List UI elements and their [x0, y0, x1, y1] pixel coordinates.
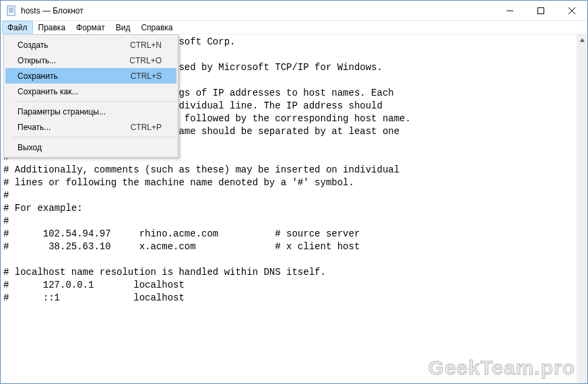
close-button[interactable]: [556, 1, 587, 20]
menu-view[interactable]: Вид: [110, 21, 136, 34]
notepad-icon: [6, 5, 17, 16]
menu-item-label: Сохранить как...: [18, 87, 162, 96]
menu-item-save[interactable]: Сохранить CTRL+S: [5, 68, 176, 84]
menu-format[interactable]: Формат: [71, 21, 110, 34]
menu-separator: [13, 101, 176, 102]
menu-item-label: Создать: [18, 40, 130, 50]
maximize-button[interactable]: [525, 1, 556, 20]
menu-item-print[interactable]: Печать... CTRL+P: [5, 119, 176, 135]
menu-item-exit[interactable]: Выход: [5, 139, 176, 155]
menu-item-label: Сохранить: [18, 71, 131, 81]
menu-item-open[interactable]: Открыть... CTRL+O: [5, 53, 176, 68]
menu-item-shortcut: CTRL+S: [131, 71, 162, 81]
menu-edit[interactable]: Правка: [33, 21, 71, 34]
svg-rect-6: [538, 7, 544, 13]
menu-help[interactable]: Справка: [135, 21, 178, 34]
file-dropdown-menu: Создать CTRL+N Открыть... CTRL+O Сохрани…: [3, 34, 178, 158]
minimize-button[interactable]: [494, 1, 525, 20]
titlebar: hosts — Блокнот: [1, 1, 587, 21]
menu-item-shortcut: CTRL+O: [129, 56, 162, 65]
menu-item-save-as[interactable]: Сохранить как...: [5, 84, 176, 99]
menu-item-label: Открыть...: [18, 56, 129, 65]
svg-marker-9: [579, 38, 584, 42]
window-title: hosts — Блокнот: [21, 6, 84, 15]
menu-item-page-setup[interactable]: Параметры страницы...: [5, 104, 176, 119]
menu-item-label: Выход: [18, 143, 162, 152]
scroll-up-arrow[interactable]: [577, 34, 587, 46]
menubar: Файл Правка Формат Вид Справка: [1, 21, 587, 34]
window-controls: [494, 1, 587, 20]
menu-item-new[interactable]: Создать CTRL+N: [5, 37, 176, 53]
menu-item-label: Параметры страницы...: [18, 107, 162, 117]
vertical-scrollbar[interactable]: [576, 34, 587, 383]
menu-item-shortcut: CTRL+P: [131, 123, 162, 132]
menu-item-shortcut: CTRL+N: [130, 40, 162, 50]
menu-item-label: Печать...: [18, 123, 131, 132]
content-area: # Copyright (c) 1993-2009 Microsoft Corp…: [1, 34, 587, 383]
menu-file[interactable]: Файл: [2, 21, 33, 34]
menu-separator: [13, 137, 176, 137]
